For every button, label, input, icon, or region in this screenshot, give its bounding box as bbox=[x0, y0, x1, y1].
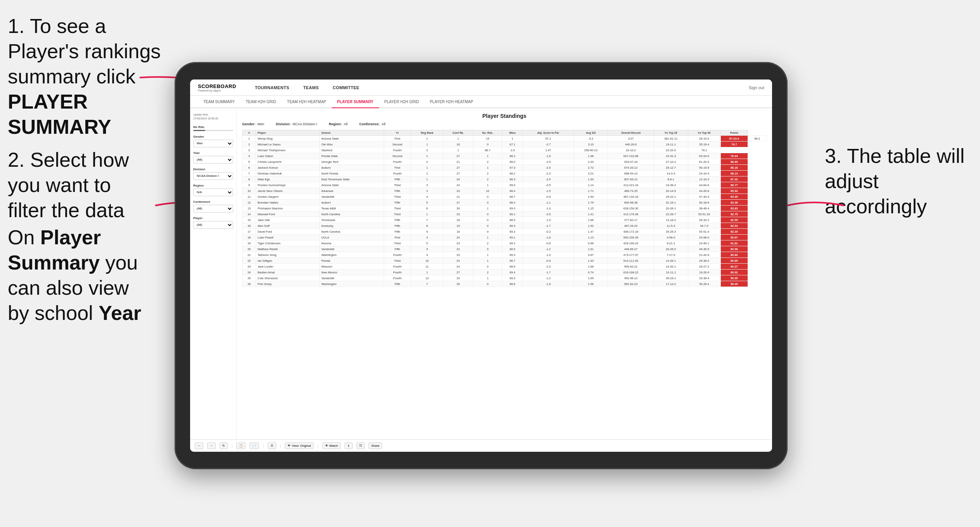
filter-gender: Gender Men Women bbox=[193, 135, 233, 147]
filter-region-label: Region bbox=[193, 184, 233, 187]
filter-no-rds-slider[interactable] bbox=[193, 130, 233, 131]
subnav-player-summary[interactable]: PLAYER SUMMARY bbox=[332, 96, 379, 108]
table-body: 1Wenyi DingArizona StateFirst1115167.1-3… bbox=[242, 136, 767, 287]
main-content: Update time: 27/03/2024 16:56:26 No Rds.… bbox=[190, 108, 772, 439]
table-row[interactable]: 13Phichaksn MaichonTexas A&MThird630169.… bbox=[242, 206, 767, 211]
nav-tournaments[interactable]: TOURNAMENTS bbox=[248, 79, 296, 96]
header-right: Sign out bbox=[749, 85, 764, 90]
filter-year-select[interactable]: (All) First Second Third Fourth Fifth bbox=[193, 156, 233, 164]
filter-update-time: Update time: 27/03/2024 16:56:26 bbox=[193, 113, 233, 121]
toolbar-back[interactable]: ← bbox=[195, 442, 203, 449]
tablet-screen: SCOREBOARD Powered by clipp'd TOURNAMENT… bbox=[190, 79, 772, 452]
toolbar-view[interactable]: 👁 View: Original bbox=[285, 442, 313, 449]
table-row[interactable]: 12Brendan ValdesAuburnFifth527068.4-1.11… bbox=[242, 200, 767, 206]
toolbar-share[interactable]: Share bbox=[369, 442, 382, 449]
filter-player: Player (All) bbox=[193, 216, 233, 229]
col-adj-score: Adj. Score to Par bbox=[523, 130, 574, 136]
table-row[interactable]: 24Bastien AmatNew MexicoFourth127269.4-1… bbox=[242, 270, 767, 275]
col-yr: Yr bbox=[384, 130, 411, 136]
table-row[interactable]: 7Nicholas GabrelcikNorth FloridaFourth12… bbox=[242, 171, 767, 176]
instruction-bottom: On Player Summary you can also view by s… bbox=[8, 225, 155, 326]
table-row[interactable]: 23Jack LundinMissouriFourth1124068.6-2.3… bbox=[242, 264, 767, 270]
toolbar-copy[interactable]: 📋 bbox=[236, 442, 246, 449]
table-row[interactable]: 21Taehoon SongWashingtonFourth423169.3-1… bbox=[242, 252, 767, 258]
subnav-player-h2h-heatmap[interactable]: PLAYER H2H HEATMAP bbox=[424, 96, 479, 108]
instruction-step2: 2. Select how you want to filter the dat… bbox=[8, 147, 144, 223]
table-row[interactable]: 8Mats EgeEast Tennessee StateFifth124268… bbox=[242, 176, 767, 182]
logo-main: SCOREBOARD bbox=[198, 83, 236, 89]
header-sign-out[interactable]: Sign out bbox=[749, 85, 764, 90]
table-row[interactable]: 14Maxwell FordNorth CarolinaThird123069.… bbox=[242, 211, 767, 217]
table-row[interactable]: 10Jacob Skov OlesenArkansasFifth2231068.… bbox=[242, 188, 767, 194]
filter-gender-select[interactable]: Men Women bbox=[193, 140, 233, 147]
table-row[interactable]: 19Tiger ChristensenArizonaThird523269.2-… bbox=[242, 240, 767, 246]
table-row[interactable]: 16Alex GoffKentuckyFifth819068.3-1.71.92… bbox=[242, 223, 767, 229]
toolbar-clock[interactable]: ⏱ bbox=[268, 442, 276, 449]
view-icon: 👁 bbox=[287, 444, 291, 448]
table-filter-gender: Gender: Men bbox=[242, 122, 264, 126]
filter-no-rds-label: No Rds. bbox=[193, 125, 233, 129]
table-row[interactable]: 15Jake HallTennesseeFifth718068.5-1.51.6… bbox=[242, 217, 767, 223]
col-vs-top50: Vs Top 50 bbox=[688, 130, 720, 136]
col-reg-rank: Reg Rank bbox=[411, 130, 443, 136]
subnav-team-h2h-grid[interactable]: TEAM H2H GRID bbox=[241, 96, 282, 108]
toolbar-watch[interactable]: 👁 Watch bbox=[322, 442, 341, 449]
col-school: School bbox=[320, 130, 384, 136]
filter-region: Region N/A bbox=[193, 184, 233, 196]
sidebar-filters: Update time: 27/03/2024 16:56:26 No Rds.… bbox=[190, 108, 237, 439]
table-filters-row: Gender: Men Division: NCAA Division I Re… bbox=[242, 122, 767, 126]
filter-player-label: Player bbox=[193, 216, 233, 220]
table-row[interactable]: 2Michael Le SassoOle MissSecond118067.1-… bbox=[242, 142, 767, 147]
table-row[interactable]: 18Luke PowellUCLAFirst424169.1-1.81.1350… bbox=[242, 235, 767, 240]
col-wins: Wins bbox=[502, 130, 523, 136]
nav-teams[interactable]: TEAMS bbox=[296, 79, 326, 96]
table-row[interactable]: 1Wenyi DingArizona StateFirst1115167.1-3… bbox=[242, 136, 767, 142]
bottom-toolbar: ← → ↻ | 📋 📄 | ⏱ | 👁 View: Original | 👁 W… bbox=[190, 439, 772, 452]
table-row[interactable]: 6Jackson KoivunAuburnFirst127167.3-2.02.… bbox=[242, 165, 767, 171]
table-row[interactable]: 3Michael ThorbjornsenStanfordFourth2188.… bbox=[242, 147, 767, 153]
table-row[interactable]: 5Christo LamprechtGeorgia TechFourth2212… bbox=[242, 159, 767, 165]
toolbar-export[interactable]: ⇓ bbox=[345, 442, 353, 449]
filter-conference-select[interactable]: (All) bbox=[193, 205, 233, 213]
subnav-player-h2h-grid[interactable]: PLAYER H2H GRID bbox=[379, 96, 424, 108]
toolbar-forward[interactable]: → bbox=[207, 442, 216, 449]
subnav-team-summary[interactable]: TEAM SUMMARY bbox=[198, 96, 241, 108]
filter-division-label: Division bbox=[193, 168, 233, 171]
table-filter-division: Division: NCAA Division I bbox=[276, 122, 317, 126]
table-row[interactable]: 11Gordon SargentVanderbiltThird421068.7-… bbox=[242, 194, 767, 200]
filter-division-select[interactable]: NCAA Division I bbox=[193, 172, 233, 180]
scoreboard-logo: SCOREBOARD Powered by clipp'd bbox=[198, 83, 236, 92]
sub-nav: TEAM SUMMARY TEAM H2H GRID TEAM H2H HEAT… bbox=[190, 96, 772, 108]
col-avg-sg: Avg SG bbox=[574, 130, 608, 136]
logo-sub: Powered by clipp'd bbox=[198, 89, 236, 92]
table-area: Player Standings Gender: Men Division: N… bbox=[237, 108, 772, 439]
filter-region-select[interactable]: N/A bbox=[193, 188, 233, 196]
subnav-team-h2h-heatmap[interactable]: TEAM H2H HEATMAP bbox=[282, 96, 332, 108]
nav-committee[interactable]: COMMITTEE bbox=[326, 79, 367, 96]
col-overall: Overall Record bbox=[608, 130, 654, 136]
table-header: # Player School Yr Reg Rank Conf Rk. No.… bbox=[242, 130, 767, 136]
toolbar-paste[interactable]: 📄 bbox=[249, 442, 259, 449]
table-filter-region: Region: All bbox=[329, 122, 348, 126]
table-row[interactable]: 20Matthew RiedelVanderbiltFifth922068.5-… bbox=[242, 246, 767, 252]
table-row[interactable]: 25Cole SherwoodVanderbiltFourth1223169.3… bbox=[242, 275, 767, 281]
watch-icon: 👁 bbox=[325, 444, 328, 448]
table-row[interactable]: 26Petr HrubyWashingtonFifth725068.6-1.61… bbox=[242, 281, 767, 287]
filter-conference: Conference (All) bbox=[193, 200, 233, 213]
filter-division: Division NCAA Division I bbox=[193, 168, 233, 180]
table-row[interactable]: 17David FordNorth CarolinaFifth918069.2-… bbox=[242, 229, 767, 235]
filter-no-rds: No Rds. bbox=[193, 125, 233, 131]
nav-items: TOURNAMENTS TEAMS COMMITTEE bbox=[248, 79, 749, 96]
toolbar-grid[interactable]: ☷ bbox=[357, 442, 365, 449]
table-row[interactable]: 9Preston SummerhaysArizona StateThird324… bbox=[242, 182, 767, 188]
col-points: Points bbox=[720, 130, 748, 136]
toolbar-refresh[interactable]: ↻ bbox=[220, 442, 228, 449]
col-no-rds: No. Rds. bbox=[473, 130, 502, 136]
col-player: Player bbox=[256, 130, 320, 136]
col-vs-top25: Vs Top 25 bbox=[654, 130, 688, 136]
col-rank: # bbox=[242, 130, 256, 136]
table-row[interactable]: 4Luke ClatonFlorida StateSecond127168.2-… bbox=[242, 153, 767, 159]
filter-player-select[interactable]: (All) bbox=[193, 221, 233, 229]
table-row[interactable]: 22Ian GilliganFloridaThird1024168.7-0.91… bbox=[242, 258, 767, 264]
tablet-frame: SCOREBOARD Powered by clipp'd TOURNAMENT… bbox=[175, 62, 788, 469]
